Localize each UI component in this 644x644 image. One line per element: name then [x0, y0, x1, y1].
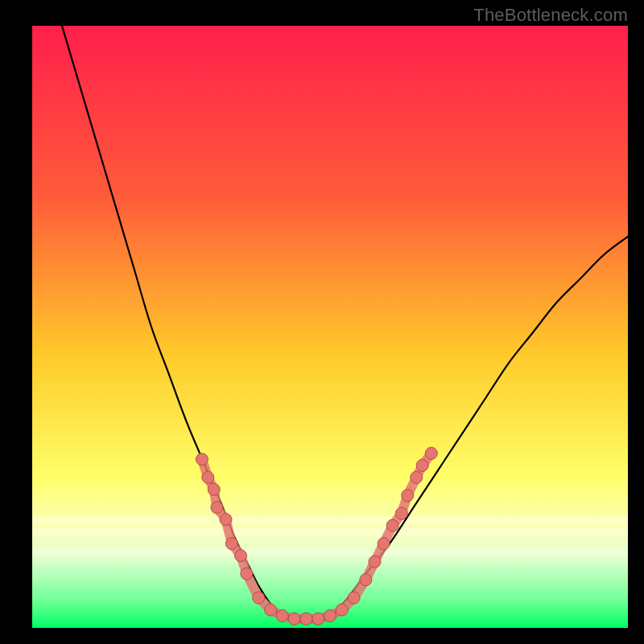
data-marker [425, 448, 437, 460]
data-marker [336, 604, 348, 616]
data-marker [235, 550, 247, 562]
data-marker [416, 460, 428, 472]
watermark-text: TheBottleneck.com [473, 5, 628, 26]
data-marker [220, 514, 232, 526]
data-marker [211, 502, 223, 514]
gradient-stripe [32, 571, 628, 577]
data-marker [411, 472, 423, 484]
data-marker [348, 592, 360, 604]
data-marker [369, 555, 381, 568]
data-marker [395, 507, 407, 519]
data-marker [324, 610, 336, 622]
data-marker [276, 610, 288, 622]
gradient-stripe [32, 588, 628, 595]
plot-area [32, 26, 628, 628]
chart-svg [32, 26, 628, 628]
gradient-stripe [32, 550, 628, 556]
data-marker [241, 568, 253, 580]
data-marker [402, 489, 414, 502]
data-marker [202, 472, 214, 484]
data-marker [253, 592, 265, 604]
data-marker [225, 538, 237, 550]
data-marker [196, 453, 208, 465]
bottom-bands [32, 517, 628, 595]
data-marker [386, 519, 398, 531]
data-marker [378, 538, 390, 550]
data-marker [288, 613, 300, 625]
data-marker [312, 613, 324, 625]
chart-frame: TheBottleneck.com [0, 0, 644, 644]
data-marker [208, 483, 220, 495]
data-marker [265, 604, 277, 616]
gradient-stripe [32, 517, 628, 524]
gradient-stripe [32, 529, 628, 536]
data-marker [300, 613, 312, 625]
data-marker [360, 574, 372, 586]
